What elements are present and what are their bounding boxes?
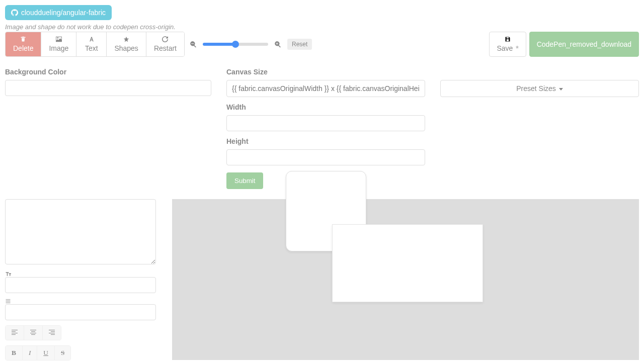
shapes-label: Shapes xyxy=(114,44,138,52)
save-label: Save * xyxy=(497,44,518,52)
save-button[interactable]: Save * xyxy=(489,32,526,57)
download-button[interactable]: CodePen_removed_download xyxy=(529,32,639,57)
font-size-input[interactable] xyxy=(5,277,156,293)
canvas-area[interactable] xyxy=(172,199,639,360)
toolbar-segment: Delete Image Text Shapes Restart xyxy=(5,32,185,57)
caret-down-icon xyxy=(559,88,563,90)
image-button[interactable]: Image xyxy=(41,32,76,56)
style-group: B I U S xyxy=(5,345,71,360)
align-center-icon xyxy=(30,330,36,335)
align-center-button[interactable] xyxy=(24,326,42,340)
zoom-out-icon[interactable] xyxy=(190,41,197,48)
zoom-slider[interactable] xyxy=(203,43,268,46)
width-label: Width xyxy=(226,103,425,111)
text-button[interactable]: Text xyxy=(76,32,106,56)
save-icon xyxy=(505,36,511,42)
height-input[interactable] xyxy=(226,149,425,165)
align-group xyxy=(5,325,61,340)
text-size-icon xyxy=(5,271,11,277)
font-size-label xyxy=(5,271,156,277)
image-label: Image xyxy=(49,44,68,52)
refresh-icon xyxy=(162,36,168,42)
bg-color-label: Background Color xyxy=(5,68,211,76)
shapes-button[interactable]: Shapes xyxy=(106,32,145,56)
align-right-button[interactable] xyxy=(42,326,61,340)
font-icon xyxy=(89,36,95,42)
restart-button[interactable]: Restart xyxy=(146,32,184,56)
image-icon xyxy=(55,36,62,42)
zoom-reset-button[interactable]: Reset xyxy=(287,39,312,50)
bold-button[interactable]: B xyxy=(6,346,22,360)
github-label: clouddueling/angular-fabric xyxy=(21,9,106,17)
github-icon xyxy=(11,9,18,16)
underline-button[interactable]: U xyxy=(37,346,54,360)
star-icon xyxy=(123,36,129,42)
preset-sizes-label: Preset Sizes xyxy=(516,84,556,93)
canvas-size-panel: Canvas Size Preset Sizes Width Height Su… xyxy=(226,68,639,189)
align-left-icon xyxy=(12,330,18,335)
strikethrough-button[interactable]: S xyxy=(54,346,70,360)
text-content-textarea[interactable] xyxy=(5,199,156,264)
height-label: Height xyxy=(226,137,425,145)
zoom-controls: Reset xyxy=(190,39,312,50)
line-height-label xyxy=(5,298,156,304)
text-editor-panel: B I U S xyxy=(5,199,156,360)
preset-sizes-dropdown[interactable]: Preset Sizes xyxy=(440,80,639,97)
italic-button[interactable]: I xyxy=(22,346,37,360)
download-label: CodePen_removed_download xyxy=(537,40,631,48)
note-text: Image and shape do not work due to codep… xyxy=(5,23,639,31)
zoom-in-icon[interactable] xyxy=(274,41,281,48)
delete-label: Delete xyxy=(13,44,33,52)
github-link[interactable]: clouddueling/angular-fabric xyxy=(5,5,112,20)
delete-button[interactable]: Delete xyxy=(6,32,41,56)
canvas-size-label: Canvas Size xyxy=(226,68,639,76)
width-input[interactable] xyxy=(226,115,425,131)
submit-button[interactable]: Submit xyxy=(226,172,263,189)
line-height-input[interactable] xyxy=(5,304,156,320)
canvas-size-display[interactable] xyxy=(226,80,425,97)
canvas-shape-rect[interactable] xyxy=(332,224,483,302)
restart-label: Restart xyxy=(154,44,177,52)
align-left-button[interactable] xyxy=(6,326,24,340)
text-label: Text xyxy=(85,44,98,52)
align-right-icon xyxy=(49,330,55,335)
bg-color-input[interactable] xyxy=(5,80,211,96)
trash-icon xyxy=(20,36,26,42)
bg-color-panel: Background Color xyxy=(5,68,211,189)
line-height-icon xyxy=(5,298,11,304)
